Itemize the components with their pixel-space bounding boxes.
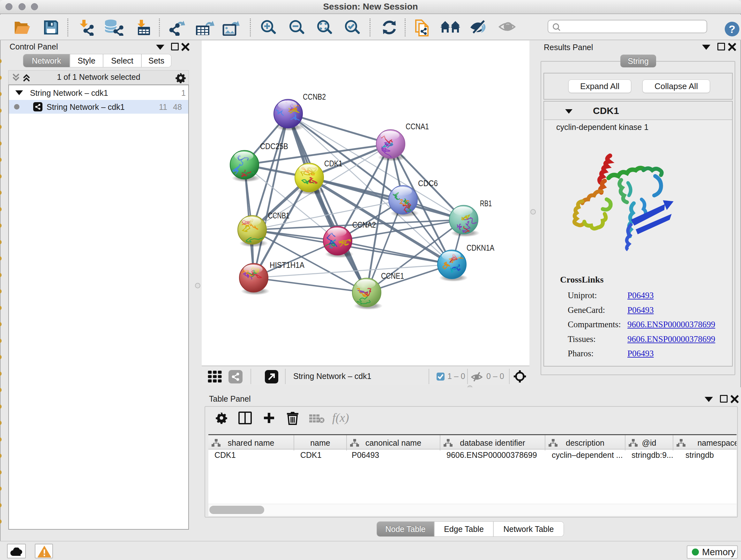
svg-text:HIST1H1A: HIST1H1A [270,260,305,270]
svg-text:CCNE1: CCNE1 [381,271,404,281]
svg-text:CDK1: CDK1 [324,159,342,168]
svg-text:CCNA1: CCNA1 [406,122,429,131]
svg-text:RB1: RB1 [480,199,492,208]
svg-text:CCNB2: CCNB2 [303,92,326,102]
svg-text:CCNB1: CCNB1 [268,211,289,220]
svg-text:CDC25B: CDC25B [260,141,288,151]
svg-text:CDKN1A: CDKN1A [467,243,495,253]
svg-text:CDC6: CDC6 [418,179,438,188]
svg-text:CCNA2: CCNA2 [352,220,376,230]
